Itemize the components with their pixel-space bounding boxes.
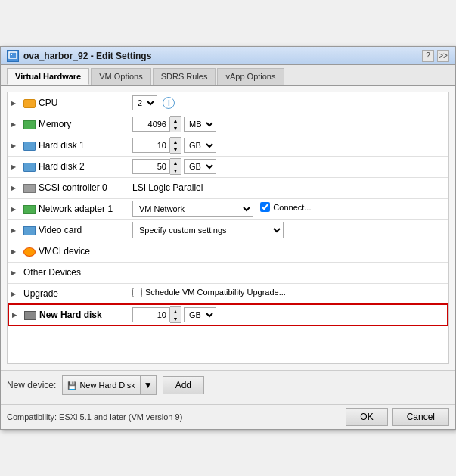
title-bar-controls: ? >> xyxy=(422,50,449,62)
memory-spinner-btns: ▲ ▼ xyxy=(170,116,181,132)
tab-vm-options[interactable]: VM Options xyxy=(91,68,150,85)
memory-up-btn[interactable]: ▲ xyxy=(170,117,181,124)
new-hard-disk-value: ▲ ▼ GB MB TB xyxy=(129,304,448,325)
upgrade-schedule-text: Schedule VM Compatibility Upgrade... xyxy=(145,288,286,297)
hd2-down-btn[interactable]: ▼ xyxy=(170,166,181,174)
newdisk-spinner-btns: ▲ ▼ xyxy=(170,306,181,323)
cpu-value: 2 1 4 8 i xyxy=(129,92,448,114)
hd1-spinner-btns: ▲ ▼ xyxy=(170,137,181,154)
scsi-label: ▶ SCSI controller 0 xyxy=(8,177,129,198)
tab-sdrs-rules[interactable]: SDRS Rules xyxy=(153,68,216,85)
table-row: ▶ Upgrade Schedule VM Compatibility Upgr… xyxy=(8,283,448,304)
hd1-input[interactable] xyxy=(132,138,170,153)
help-button[interactable]: ? xyxy=(422,50,434,62)
disk1-icon xyxy=(23,142,36,151)
new-hard-disk-label: ▶ New Hard disk xyxy=(8,304,129,325)
hard-disk-2-value: ▲ ▼ GB MB TB xyxy=(129,156,448,177)
newdisk-down-btn[interactable]: ▼ xyxy=(170,315,181,322)
memory-unit-select[interactable]: MB GB xyxy=(184,117,216,132)
memory-expand-arrow[interactable]: ▶ xyxy=(11,121,16,128)
cpu-label: ▶ CPU xyxy=(8,92,129,114)
vmci-expand-arrow[interactable]: ▶ xyxy=(11,248,16,255)
compatibility-text: Compatibility: ESXi 5.1 and later (VM ve… xyxy=(7,412,182,422)
edit-settings-window: ova_harbor_92 - Edit Settings ? >> Virtu… xyxy=(0,46,456,430)
connect-label: Connect... xyxy=(260,202,311,212)
new-hard-disk-row: ▶ New Hard disk ▲ ▼ GB MB xyxy=(8,304,448,325)
upgrade-checkbox[interactable] xyxy=(132,288,142,297)
hardware-list: ▶ CPU 2 1 4 8 i xyxy=(7,92,449,364)
hd2-unit-select[interactable]: GB MB TB xyxy=(184,159,216,174)
footer-area: New device: 💾 New Hard Disk ▼ Add xyxy=(1,370,455,404)
disk2-icon xyxy=(23,163,36,172)
new-device-dropdown-arrow[interactable]: ▼ xyxy=(140,376,156,394)
add-button[interactable]: Add xyxy=(163,376,204,394)
table-row: ▶ Hard disk 2 ▲ ▼ GB MB xyxy=(8,156,448,177)
action-buttons: OK Cancel xyxy=(346,408,449,426)
hd1-up-btn[interactable]: ▲ xyxy=(170,138,181,145)
connect-checkbox[interactable] xyxy=(260,202,270,212)
table-row: ▶ SCSI controller 0 LSI Logic Parallel xyxy=(8,177,448,198)
newdisk-unit-select[interactable]: GB MB TB xyxy=(184,307,216,322)
window-title: ova_harbor_92 - Edit Settings xyxy=(23,51,151,61)
table-row: ▶ Network adapter 1 VM Network Other Net… xyxy=(8,198,448,219)
svg-rect-1 xyxy=(11,54,12,55)
memory-spinner: ▲ ▼ MB GB xyxy=(132,116,216,132)
hd1-spinner: ▲ ▼ GB MB TB xyxy=(132,137,216,154)
newdisk-expand-arrow[interactable]: ▶ xyxy=(12,312,17,319)
network-adapter-label: ▶ Network adapter 1 xyxy=(8,198,129,219)
network-select[interactable]: VM Network Other Network xyxy=(132,201,253,217)
table-row: ▶ CPU 2 1 4 8 i xyxy=(8,92,448,114)
newdisk-up-btn[interactable]: ▲ xyxy=(170,307,181,315)
status-bar: Compatibility: ESXi 5.1 and later (VM ve… xyxy=(1,404,455,429)
title-bar: ova_harbor_92 - Edit Settings ? >> xyxy=(1,47,455,65)
svg-rect-0 xyxy=(9,52,17,58)
newdisk-input[interactable] xyxy=(132,307,170,322)
upgrade-label: ▶ Upgrade xyxy=(8,283,129,304)
hd1-unit-select[interactable]: GB MB TB xyxy=(184,138,216,153)
newdisk-spinner: ▲ ▼ GB MB TB xyxy=(132,306,216,323)
hard-disk-1-label: ▶ Hard disk 1 xyxy=(8,135,129,156)
memory-value: ▲ ▼ MB GB xyxy=(129,114,448,135)
cpu-expand-arrow[interactable]: ▶ xyxy=(11,99,16,106)
ok-button[interactable]: OK xyxy=(346,408,387,426)
upgrade-expand-arrow[interactable]: ▶ xyxy=(11,290,16,297)
tab-vapp-options[interactable]: vApp Options xyxy=(217,68,284,85)
hd1-down-btn[interactable]: ▼ xyxy=(170,145,181,153)
tab-virtual-hardware[interactable]: Virtual Hardware xyxy=(7,68,89,85)
net-icon xyxy=(23,205,36,214)
title-bar-left: ova_harbor_92 - Edit Settings xyxy=(7,50,151,62)
scsi-value: LSI Logic Parallel xyxy=(129,177,448,198)
new-device-btn-inner[interactable]: 💾 New Hard Disk xyxy=(63,376,139,394)
scsi-text: LSI Logic Parallel xyxy=(132,182,203,193)
newdisk-icon xyxy=(24,311,36,320)
cancel-button[interactable]: Cancel xyxy=(392,408,449,426)
cpu-icon xyxy=(23,99,36,108)
vmci-icon xyxy=(23,247,36,257)
table-row: ▶ VMCI device xyxy=(8,241,448,262)
menu-button[interactable]: >> xyxy=(437,50,449,62)
cpu-select[interactable]: 2 1 4 8 xyxy=(132,95,157,110)
hd2-spinner-btns: ▲ ▼ xyxy=(170,158,181,175)
net-expand-arrow[interactable]: ▶ xyxy=(11,206,16,213)
new-device-value: New Hard Disk xyxy=(79,381,135,390)
memory-down-btn[interactable]: ▼ xyxy=(170,124,181,132)
hd2-input[interactable] xyxy=(132,159,170,174)
other-text: Other Devices xyxy=(23,267,81,278)
video-select[interactable]: Specify custom settings Auto-detect xyxy=(132,222,284,238)
new-device-row: New device: 💾 New Hard Disk ▼ Add xyxy=(7,375,449,395)
hd2-spinner: ▲ ▼ GB MB TB xyxy=(132,158,216,175)
memory-input[interactable] xyxy=(132,117,170,132)
hd2-up-btn[interactable]: ▲ xyxy=(170,159,181,166)
main-content: ▶ CPU 2 1 4 8 i xyxy=(1,86,455,370)
scsi-expand-arrow[interactable]: ▶ xyxy=(11,185,16,191)
hd1-expand-arrow[interactable]: ▶ xyxy=(11,142,16,149)
video-expand-arrow[interactable]: ▶ xyxy=(11,227,16,234)
cpu-info-icon[interactable]: i xyxy=(163,97,175,109)
video-icon xyxy=(23,226,36,235)
new-device-disk-icon: 💾 xyxy=(67,381,76,390)
video-card-label: ▶ Video card xyxy=(8,219,129,241)
hd2-expand-arrow[interactable]: ▶ xyxy=(11,163,16,170)
other-expand-arrow[interactable]: ▶ xyxy=(11,269,16,276)
hard-disk-1-value: ▲ ▼ GB MB TB xyxy=(129,135,448,156)
connect-text: Connect... xyxy=(273,203,311,212)
